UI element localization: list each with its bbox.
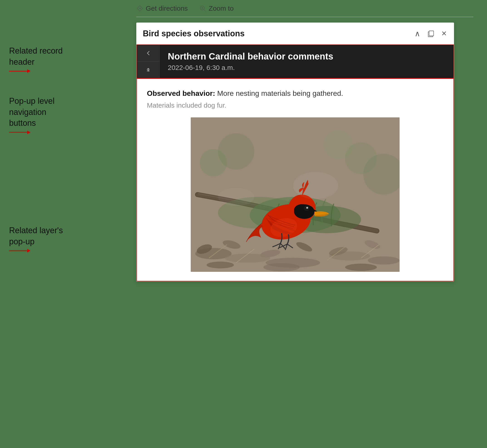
left-panel: Related record header Pop-up level navig… xyxy=(0,0,132,448)
related-layer-popup: Observed behavior: More nesting material… xyxy=(136,78,454,281)
related-record-header: Northern Cardinal behavior comments 2022… xyxy=(136,45,454,78)
nav-buttons xyxy=(137,45,160,78)
copy-button[interactable] xyxy=(426,29,436,38)
arrowhead-1 xyxy=(27,69,31,73)
annotation-related-layer-popup: Related layer's pop-up xyxy=(9,225,123,253)
get-directions-label: Get directions xyxy=(146,5,188,12)
record-date: 2022-06-19, 6:30 a.m. xyxy=(168,64,445,72)
observed-label: Observed behavior: xyxy=(147,89,215,97)
record-info: Northern Cardinal behavior comments 2022… xyxy=(160,45,453,78)
annotation-arrow-2 xyxy=(9,131,123,134)
arrow-line-1 xyxy=(9,71,27,72)
record-title: Northern Cardinal behavior comments xyxy=(168,51,445,62)
collapse-button[interactable]: ∧ xyxy=(414,28,421,39)
annotation-label-3: Related layer's pop-up xyxy=(9,225,123,247)
arrowhead-3 xyxy=(27,249,31,253)
svg-point-39 xyxy=(324,130,353,160)
observed-behavior-text: Observed behavior: More nesting material… xyxy=(147,88,443,99)
red-arrow-1 xyxy=(9,69,31,73)
main-layout: Related record header Pop-up level navig… xyxy=(0,0,487,448)
annotation-nav-buttons: Pop-up level navigation buttons xyxy=(9,96,123,134)
zoom-to-label: Zoom to xyxy=(209,5,234,12)
svg-rect-5 xyxy=(429,31,434,36)
get-directions-icon xyxy=(136,5,144,12)
svg-point-36 xyxy=(218,133,254,170)
svg-line-1 xyxy=(204,9,206,11)
get-directions-button[interactable]: Get directions xyxy=(136,5,188,12)
bird-image-container xyxy=(147,117,443,272)
popup-titlebar: Bird species observations ∧ × xyxy=(136,23,454,45)
materials-note: Materials included dog fur. xyxy=(147,102,443,109)
annotation-label-1: Related record header xyxy=(9,45,123,67)
svg-point-19 xyxy=(263,263,300,271)
svg-point-18 xyxy=(207,262,234,268)
content-area: Get directions Zoom to Bird species obs xyxy=(132,0,487,448)
annotation-related-record-header: Related record header xyxy=(9,45,123,73)
popup-body: Observed behavior: More nesting material… xyxy=(137,79,453,281)
popup-controls: ∧ × xyxy=(414,28,447,39)
annotation-label-2: Pop-up level navigation buttons xyxy=(9,96,123,129)
popup-title: Bird species observations xyxy=(143,29,245,38)
svg-point-34 xyxy=(306,207,308,209)
red-arrow-3 xyxy=(9,249,31,253)
cardinal-svg xyxy=(191,117,399,272)
arrow-line-3 xyxy=(9,250,27,251)
svg-point-40 xyxy=(293,172,338,199)
arrow-line-2 xyxy=(9,132,27,133)
arrowhead-2 xyxy=(27,131,31,134)
popup-window: Bird species observations ∧ × xyxy=(136,23,454,281)
top-actions-bar: Get directions Zoom to xyxy=(136,5,473,17)
bird-image xyxy=(191,117,399,272)
red-arrow-2 xyxy=(9,131,31,134)
svg-point-11 xyxy=(368,256,399,264)
annotation-arrow-3 xyxy=(9,249,123,253)
observed-text: More nesting materials being gathered. xyxy=(215,89,343,97)
up-nav-button[interactable] xyxy=(137,62,159,78)
annotations: Related record header Pop-up level navig… xyxy=(9,45,123,253)
svg-point-41 xyxy=(218,188,254,206)
zoom-to-icon xyxy=(199,5,206,12)
close-button[interactable]: × xyxy=(441,28,447,39)
svg-point-20 xyxy=(345,264,377,271)
zoom-to-button[interactable]: Zoom to xyxy=(199,5,234,12)
back-nav-button[interactable] xyxy=(137,45,159,62)
annotation-arrow-1 xyxy=(9,69,123,73)
record-nav-row: Northern Cardinal behavior comments 2022… xyxy=(137,45,453,78)
